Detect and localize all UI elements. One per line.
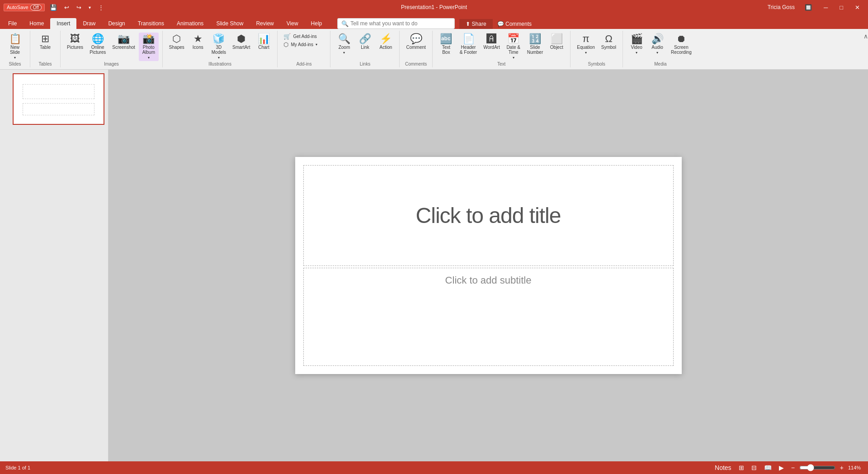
slide-number-button[interactable]: 🔢 Slide Number (524, 33, 546, 56)
screenshot-button[interactable]: 📷 Screenshot (109, 33, 138, 51)
screen-recording-label: Screen Recording (671, 45, 692, 55)
redo-button[interactable]: ↪ (74, 3, 84, 12)
minimize-button[interactable]: ─ (819, 2, 832, 13)
tab-animations[interactable]: Animations (170, 18, 210, 29)
online-pictures-button[interactable]: 🌐 Online Pictures (87, 33, 108, 56)
tab-transitions[interactable]: Transitions (132, 18, 170, 29)
slide-subtitle-box[interactable]: Click to add subtitle (303, 268, 674, 366)
audio-button[interactable]: 🔊 Audio ▾ (647, 33, 667, 56)
slide-title-box[interactable]: Click to add title (303, 165, 674, 266)
tab-review[interactable]: Review (250, 18, 280, 29)
images-group-items: 🖼 Pictures 🌐 Online Pictures 📷 Screensho… (64, 31, 159, 62)
smartart-label: SmartArt (232, 45, 250, 50)
ribbon-collapse-button[interactable]: ∧ (863, 33, 868, 40)
slide-number-icon: 🔢 (529, 34, 541, 44)
symbol-label: Symbol (601, 45, 616, 50)
chart-button[interactable]: 📊 Chart (254, 33, 274, 51)
zoom-button[interactable]: 🔍 Zoom ▾ (334, 33, 354, 56)
save-button[interactable]: 💾 (47, 3, 59, 12)
slide-canvas[interactable]: Click to add title Click to add subtitle (295, 157, 682, 374)
table-button[interactable]: ⊞ Table (34, 33, 57, 51)
icons-icon: ★ (193, 34, 203, 44)
my-addins-button[interactable]: ⬡ My Add-ins ▾ (281, 41, 326, 48)
tab-design[interactable]: Design (102, 18, 131, 29)
customize-qat-button[interactable]: ▾ (86, 4, 93, 11)
date-time-button[interactable]: 📅 Date & Time ▾ (504, 33, 524, 61)
equation-dropdown: ▾ (585, 51, 587, 55)
action-button[interactable]: ⚡ Action (376, 33, 396, 51)
ribbon-group-comments: 💬 Comment Comments (400, 31, 432, 67)
search-input[interactable] (350, 20, 451, 27)
tab-view[interactable]: View (280, 18, 305, 29)
images-group-label: Images (104, 62, 119, 67)
online-pictures-icon: 🌐 (92, 34, 104, 44)
ribbon-toggle-button[interactable]: 🔲 (800, 2, 816, 13)
text-group-label: Text (497, 62, 505, 67)
slide-thumbnail[interactable] (13, 73, 104, 125)
photo-album-button[interactable]: 📸 Photo Album ▾ (139, 33, 159, 61)
more-qat-button[interactable]: ⋮ (96, 3, 106, 12)
new-slide-button[interactable]: 📋 New Slide ▾ (4, 33, 26, 61)
pictures-button[interactable]: 🖼 Pictures (64, 33, 86, 51)
video-button[interactable]: 🎬 Video ▾ (627, 33, 646, 56)
comments-group-label: Comments (405, 62, 427, 67)
maximize-button[interactable]: □ (835, 2, 848, 13)
zoom-controls: − + 114% (789, 463, 863, 472)
smartart-button[interactable]: ⬢ SmartArt (230, 33, 253, 51)
zoom-slider-input[interactable] (799, 464, 835, 471)
get-addins-label: Get Add-ins (293, 34, 316, 39)
tab-home[interactable]: Home (23, 18, 50, 29)
header-footer-button[interactable]: 📄 Header & Footer (457, 33, 480, 56)
autosave-toggle[interactable]: Off (30, 5, 42, 10)
photo-album-label: Photo Album (142, 45, 155, 55)
notes-button[interactable]: Notes (713, 463, 733, 472)
links-group-label: Links (360, 62, 370, 67)
equation-button[interactable]: π Equation ▾ (574, 33, 597, 56)
screen-recording-button[interactable]: ⏺ Screen Recording (668, 33, 694, 56)
text-box-button[interactable]: 🔤 Text Box (436, 33, 456, 56)
tab-draw[interactable]: Draw (76, 18, 102, 29)
slideshow-button[interactable]: ▶ (777, 463, 786, 472)
comments-button[interactable]: 💬 Comments (493, 19, 536, 29)
status-bar: Slide 1 of 1 Notes ⊞ ⊟ 📖 ▶ − + 114% (0, 461, 868, 474)
shapes-label: Shapes (169, 45, 184, 50)
slide-sorter-button[interactable]: ⊟ (750, 463, 759, 472)
reading-view-button[interactable]: 📖 (762, 463, 774, 472)
tab-file[interactable]: File (2, 18, 23, 29)
tab-help[interactable]: Help (305, 18, 329, 29)
symbol-button[interactable]: Ω Symbol (599, 33, 619, 51)
icons-button[interactable]: ★ Icons (188, 33, 208, 51)
chart-icon: 📊 (258, 34, 270, 44)
3d-models-button[interactable]: 🧊 3D Models ▾ (209, 33, 229, 61)
slide-number-label: Slide Number (527, 45, 543, 55)
tab-insert[interactable]: Insert (50, 18, 76, 29)
comment-button[interactable]: 💬 Comment (403, 33, 428, 51)
audio-dropdown: ▾ (656, 51, 658, 55)
video-label: Video (631, 45, 642, 50)
close-button[interactable]: ✕ (850, 2, 864, 13)
link-icon: 🔗 (359, 34, 371, 44)
undo-button[interactable]: ↩ (62, 3, 71, 12)
zoom-out-button[interactable]: − (789, 463, 797, 472)
share-button[interactable]: ⬆ Share (459, 19, 492, 29)
tab-slideshow[interactable]: Slide Show (210, 18, 250, 29)
search-bar[interactable]: 🔍 (337, 18, 455, 29)
object-button[interactable]: ⬜ Object (547, 33, 566, 51)
slides-panel: 1 (0, 70, 108, 461)
audio-label: Audio (651, 45, 663, 50)
zoom-level: 114% (848, 465, 863, 470)
3d-models-label: 3D Models (212, 45, 226, 55)
normal-view-button[interactable]: ⊞ (737, 463, 746, 472)
equation-icon: π (582, 34, 589, 44)
get-addins-button[interactable]: 🛒 Get Add-ins (281, 33, 326, 40)
wordart-button[interactable]: 🅰 WordArt (481, 33, 503, 51)
table-label: Table (40, 45, 51, 50)
action-label: Action (380, 45, 392, 50)
comment-label: Comment (406, 45, 425, 50)
shapes-button[interactable]: ⬡ Shapes (166, 33, 187, 51)
zoom-in-button[interactable]: + (838, 463, 845, 472)
link-button[interactable]: 🔗 Link (355, 33, 375, 51)
shapes-icon: ⬡ (172, 34, 181, 44)
text-group-items: 🔤 Text Box 📄 Header & Footer 🅰 WordArt 📅… (436, 31, 566, 62)
action-icon: ⚡ (380, 34, 392, 44)
